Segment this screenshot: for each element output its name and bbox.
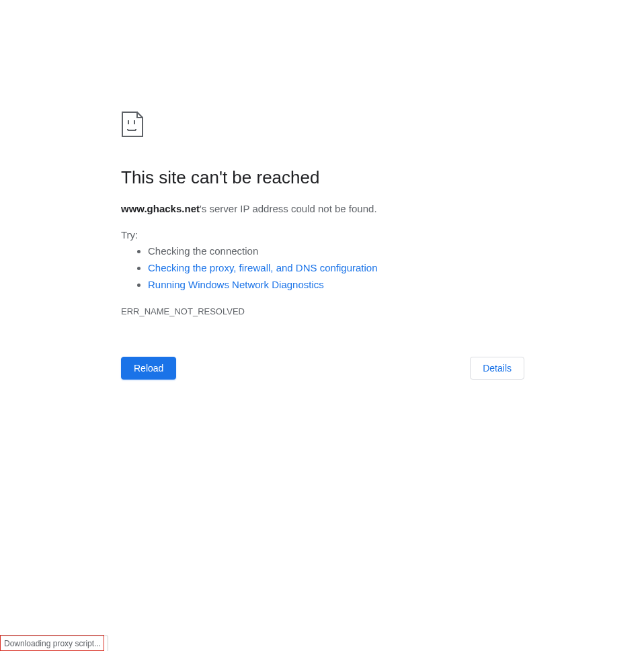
error-host: www.ghacks.net [121, 203, 200, 214]
error-message: www.ghacks.net's server IP address could… [121, 203, 524, 214]
suggestion-text: Checking the connection [148, 245, 258, 257]
suggestion-item: Checking the connection [148, 243, 524, 260]
reload-button[interactable]: Reload [121, 357, 176, 380]
error-page-container: This site can't be reached www.ghacks.ne… [121, 111, 524, 380]
details-button[interactable]: Details [470, 357, 524, 380]
suggestion-link-diagnostics[interactable]: Running Windows Network Diagnostics [148, 279, 324, 290]
suggestion-item: Checking the proxy, firewall, and DNS co… [148, 260, 524, 277]
error-title: This site can't be reached [121, 167, 524, 188]
button-row: Reload Details [121, 357, 524, 380]
sad-page-icon [121, 111, 524, 140]
error-message-suffix: 's server IP address could not be found. [200, 203, 377, 214]
status-bar: Downloading proxy script... [0, 636, 108, 651]
suggestion-item: Running Windows Network Diagnostics [148, 277, 524, 294]
try-label: Try: [121, 229, 524, 241]
status-bar-text: Downloading proxy script... [4, 639, 101, 648]
suggestions-list: Checking the connection Checking the pro… [121, 243, 524, 293]
suggestion-link-proxy[interactable]: Checking the proxy, firewall, and DNS co… [148, 262, 378, 273]
error-code: ERR_NAME_NOT_RESOLVED [121, 306, 524, 316]
